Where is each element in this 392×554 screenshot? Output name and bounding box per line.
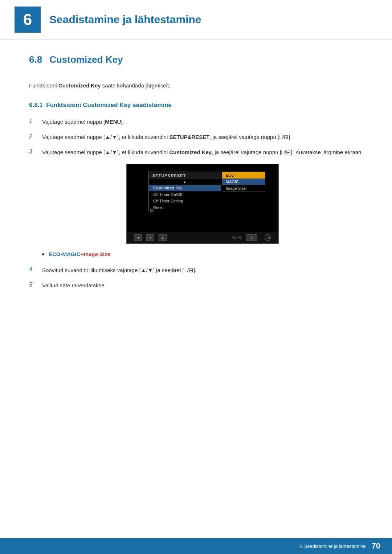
subsection-title: Funktsiooni Customized Key seadistamine: [46, 102, 172, 108]
step-1-text: Vajutage seadmel nuppu [MENU].: [42, 118, 363, 126]
osd-btn-2: ▼: [146, 234, 154, 241]
step-5: 5 Valitud säte rakendatakse.: [29, 281, 363, 290]
osd-btn-1: ◀: [134, 234, 142, 241]
screenshot: SETUP&RESET ▲ Customized Key Off Timer O…: [126, 164, 279, 244]
osd-auto-text: AUTO: [232, 236, 242, 239]
osd-btn-4: ⊟: [246, 234, 257, 241]
bullet-dot: [42, 253, 44, 255]
osd-bottom-bar: ◀ ▼ ▲ AUTO ⊟ ⏻: [127, 232, 278, 243]
step-3-number: 3: [29, 148, 39, 155]
step-2-text: Vajutage seadmel nuppe [▲/▼], et liikuda…: [42, 133, 363, 141]
step-2-number: 2: [29, 133, 39, 140]
step-3-bold: Customized Key: [169, 149, 212, 155]
intro-bold: Customized Key: [58, 82, 101, 89]
chapter-number: 6: [23, 11, 32, 29]
step-3: 3 Vajutage seadmel nuppe [▲/▼], et liiku…: [29, 148, 363, 157]
osd-submenu-imagesize: Image Size: [222, 185, 265, 192]
intro-text-after: saate kohandada järgmiselt.: [101, 82, 171, 89]
osd-btn-3: ▲: [159, 234, 167, 241]
chapter-header: 6 Seadistamine ja lähtestamine: [0, 0, 392, 40]
osd-menu-title: SETUP&RESET: [149, 172, 221, 179]
osd-item-off-timer-setting: Off Timer Setting: [149, 198, 221, 204]
subsection-number: 6.8.1: [29, 102, 43, 108]
intro-paragraph: Funktsiooni Customized Key saate kohanda…: [29, 81, 363, 90]
section-title: Customized Key: [49, 54, 123, 65]
osd-up-arrow: ▲: [149, 179, 221, 185]
footer-page-number: 70: [372, 541, 380, 551]
step-3-text: Vajutage seadmel nuppe [▲/▼], et liikuda…: [42, 148, 363, 157]
bullet-item-options: ECO - MAGIC - Image Size: [42, 251, 363, 257]
osd-submenu: ECO MAGIC Image Size: [222, 172, 265, 192]
screenshot-container: SETUP&RESET ▲ Customized Key Off Timer O…: [42, 164, 363, 244]
step-2: 2 Vajutage seadmel nuppe [▲/▼], et liiku…: [29, 133, 363, 141]
osd-power-btn: ⏻: [265, 234, 271, 241]
section-number: 6.8: [29, 54, 42, 65]
steps-list: 1 Vajutage seadmel nuppu [MENU]. 2 Vajut…: [29, 118, 363, 157]
step-5-number: 5: [29, 282, 39, 288]
step-1-bold: MENU: [105, 119, 121, 125]
chapter-number-box: 6: [15, 7, 41, 33]
bullet-eco: ECO: [49, 251, 61, 257]
step-4-number: 4: [29, 266, 39, 273]
osd-submenu-magic: MAGIC: [222, 178, 265, 185]
osd-submenu-eco: ECO: [222, 172, 265, 178]
osd-item-reset: Reset: [149, 204, 221, 211]
step-1-number: 1: [29, 118, 39, 124]
chapter-title: Seadistamine ja lähtestamine: [49, 13, 201, 26]
intro-text-before: Funktsiooni: [29, 82, 58, 89]
bullet-imagesize: Image Size: [82, 251, 111, 257]
osd-item-customized-key: Customized Key: [149, 185, 221, 191]
step-4-text: Soovitud suvandini liikumiseks vajutage …: [42, 266, 363, 275]
step-2-bold: SETUP&RESET: [169, 134, 209, 140]
step-4: 4 Soovitud suvandini liikumiseks vajutag…: [29, 266, 363, 275]
osd-item-off-timer-onoff: Off Timer On/Off: [149, 191, 221, 198]
main-content: 6.8 Customized Key Funktsiooni Customize…: [0, 40, 392, 325]
step-5-text: Valitud säte rakendatakse.: [42, 281, 363, 290]
step-1: 1 Vajutage seadmel nuppu [MENU].: [29, 118, 363, 126]
osd-menu: SETUP&RESET ▲ Customized Key Off Timer O…: [148, 172, 221, 211]
bullet-list: ECO - MAGIC - Image Size: [42, 251, 363, 257]
footer-text: 6 Seadistamine ja lähtestamine: [300, 543, 366, 549]
subsection-heading: 6.8.1 Funktsiooni Customized Key seadist…: [29, 102, 363, 109]
footer: 6 Seadistamine ja lähtestamine 70: [0, 538, 392, 554]
osd-settings-icon: ⚙: [149, 207, 154, 214]
steps-list-cont: 4 Soovitud suvandini liikumiseks vajutag…: [29, 266, 363, 290]
bullet-magic: MAGIC: [62, 251, 81, 257]
